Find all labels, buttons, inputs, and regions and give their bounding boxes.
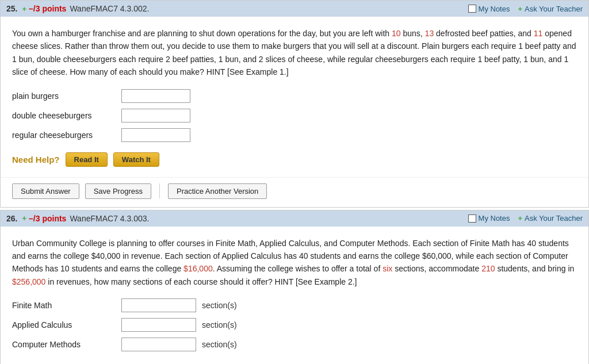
highlight-13: 13 xyxy=(425,29,434,38)
ask-plus-icon: + xyxy=(518,5,522,13)
highlight-10: 10 xyxy=(392,29,401,38)
computer-methods-input[interactable] xyxy=(121,338,196,351)
finite-math-unit: section(s) xyxy=(202,301,237,310)
save-progress-button[interactable]: Save Progress xyxy=(85,183,151,199)
plain-burgers-label: plain burgers xyxy=(12,91,116,101)
finite-math-label: Finite Math xyxy=(12,301,116,310)
notes-icon-26 xyxy=(468,214,476,223)
submit-answer-button[interactable]: Submit Answer xyxy=(12,183,79,199)
header-actions-26: My Notes + Ask Your Teacher xyxy=(468,214,583,223)
highlight-16000: $16,000 xyxy=(183,264,213,273)
need-help-row: Need Help? Read It Watch It xyxy=(12,152,577,167)
plain-burgers-row: plain burgers xyxy=(12,89,577,103)
plus-icon: + xyxy=(22,5,26,13)
question-26: 26. + –/3 points WaneFMAC7 4.3.003. My N… xyxy=(0,210,589,364)
points-badge: –/3 points xyxy=(29,4,66,13)
ask-teacher-button[interactable]: + Ask Your Teacher xyxy=(518,5,583,13)
question-number-26: 26. xyxy=(6,214,17,223)
highlight-11: 11 xyxy=(534,29,543,38)
question-26-header: 26. + –/3 points WaneFMAC7 4.3.003. My N… xyxy=(1,210,588,227)
read-it-button[interactable]: Read It xyxy=(66,152,108,167)
applied-calculus-row: Applied Calculus section(s) xyxy=(12,318,577,332)
points-badge-26: –/3 points xyxy=(29,214,66,223)
question-code-26: WaneFMAC7 4.3.003. xyxy=(70,214,149,223)
question-25-text: You own a hamburger franchise and are pl… xyxy=(12,27,577,79)
header-actions: My Notes + Ask Your Teacher xyxy=(468,5,583,13)
question-25: 25. + –/3 points WaneFMAC7 4.3.002. My N… xyxy=(0,0,589,208)
double-cheeseburgers-row: double cheeseburgers xyxy=(12,109,577,122)
highlight-256000: $256,000 xyxy=(12,277,45,286)
plus-icon-26: + xyxy=(22,214,26,223)
need-help-label: Need Help? xyxy=(12,155,60,164)
question-26-text: Urban Community College is planning to o… xyxy=(12,237,577,289)
plain-burgers-input[interactable] xyxy=(121,89,190,103)
question-25-actions: Submit Answer Save Progress Practice Ano… xyxy=(1,177,588,207)
ask-teacher-button-26[interactable]: + Ask Your Teacher xyxy=(518,214,583,223)
finite-math-row: Finite Math section(s) xyxy=(12,298,577,312)
question-25-header: 25. + –/3 points WaneFMAC7 4.3.002. My N… xyxy=(1,1,588,17)
double-cheeseburgers-label: double cheeseburgers xyxy=(12,111,116,120)
double-cheeseburgers-input[interactable] xyxy=(121,109,190,122)
applied-calculus-input[interactable] xyxy=(121,318,196,332)
notes-icon xyxy=(468,5,476,13)
applied-calculus-unit: section(s) xyxy=(202,320,237,329)
action-divider xyxy=(159,183,160,198)
question-code: WaneFMAC7 4.3.002. xyxy=(70,4,149,13)
watch-it-button[interactable]: Watch It xyxy=(113,152,159,167)
ask-teacher-label: Ask Your Teacher xyxy=(525,5,583,13)
my-notes-button-26[interactable]: My Notes xyxy=(468,214,510,223)
highlight-six: six xyxy=(383,264,392,273)
regular-cheeseburgers-label: regular cheeseburgers xyxy=(12,131,116,140)
my-notes-label: My Notes xyxy=(479,5,510,13)
computer-methods-label: Computer Methods xyxy=(12,340,116,349)
question-26-body: Urban Community College is planning to o… xyxy=(1,227,588,364)
applied-calculus-label: Applied Calculus xyxy=(12,320,116,329)
regular-cheeseburgers-input[interactable] xyxy=(121,128,190,142)
computer-methods-row: Computer Methods section(s) xyxy=(12,338,577,351)
ask-teacher-label-26: Ask Your Teacher xyxy=(525,214,583,223)
question-number: 25. xyxy=(6,4,17,13)
ask-plus-icon-26: + xyxy=(518,214,522,223)
highlight-210: 210 xyxy=(481,264,495,273)
regular-cheeseburgers-row: regular cheeseburgers xyxy=(12,128,577,142)
finite-math-input[interactable] xyxy=(121,298,196,312)
question-25-body: You own a hamburger franchise and are pl… xyxy=(1,17,588,177)
practice-another-button[interactable]: Practice Another Version xyxy=(168,183,267,199)
my-notes-label-26: My Notes xyxy=(479,214,510,223)
computer-methods-unit: section(s) xyxy=(202,340,237,349)
my-notes-button[interactable]: My Notes xyxy=(468,5,510,13)
